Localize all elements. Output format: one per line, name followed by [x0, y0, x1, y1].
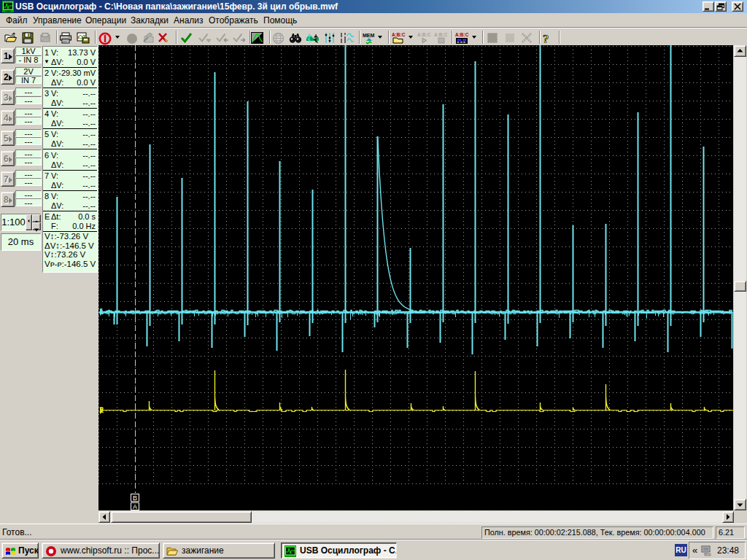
svg-text:A:B:C: A:B:C	[434, 32, 448, 37]
svg-text:?: ?	[543, 32, 549, 45]
svg-text:A:B:C: A:B:C	[455, 32, 469, 37]
svg-text:A:B:C: A:B:C	[392, 32, 406, 37]
svg-text:MEM: MEM	[363, 33, 375, 38]
svg-text:A:B:C: A:B:C	[417, 32, 431, 37]
